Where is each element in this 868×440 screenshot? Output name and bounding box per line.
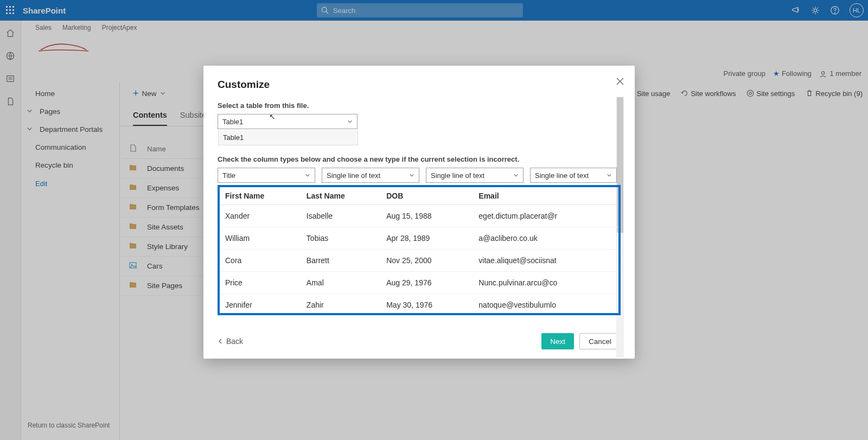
grid-header-dob[interactable]: DOB bbox=[381, 187, 473, 205]
chevron-down-icon bbox=[305, 171, 310, 180]
chevron-down-icon bbox=[607, 171, 612, 180]
check-columns-label: Check the column types below and choose … bbox=[218, 155, 621, 163]
chevron-down-icon bbox=[347, 118, 353, 126]
grid-row: XanderIsabelleAug 15, 1988eget.dictum.pl… bbox=[220, 205, 618, 227]
table-dropdown[interactable]: Table1 ↖ Table1 bbox=[218, 114, 358, 129]
cursor-icon: ↖ bbox=[269, 112, 276, 121]
grid-header-lastname[interactable]: Last Name bbox=[301, 187, 381, 205]
table-dropdown-value: Table1 bbox=[222, 118, 243, 126]
grid-header-email[interactable]: Email bbox=[473, 187, 618, 205]
grid-row: JenniferZahirMay 30, 1976natoque@vestibu… bbox=[220, 294, 618, 316]
back-button[interactable]: Back bbox=[218, 337, 243, 346]
coltype-dropdown-0[interactable]: Title bbox=[218, 168, 315, 183]
close-icon bbox=[616, 78, 624, 85]
preview-grid: First Name Last Name DOB Email XanderIsa… bbox=[218, 185, 621, 315]
dialog-footer: Back Next Cancel bbox=[203, 324, 635, 359]
cancel-button[interactable]: Cancel bbox=[579, 333, 621, 349]
table-dropdown-option[interactable]: Table1 bbox=[218, 130, 358, 145]
coltype-dropdown-2[interactable]: Single line of text bbox=[426, 168, 524, 183]
chevron-down-icon bbox=[409, 171, 414, 180]
coltype-dropdown-1[interactable]: Single line of text bbox=[322, 168, 419, 183]
dialog-title: Customize bbox=[218, 79, 621, 91]
customize-dialog: Customize Select a table from this file.… bbox=[203, 66, 635, 359]
grid-row: WilliamTobiasApr 28, 1989a@aclibero.co.u… bbox=[220, 227, 618, 250]
chevron-down-icon bbox=[513, 171, 519, 180]
next-button[interactable]: Next bbox=[541, 333, 574, 349]
grid-row: PriceAmalAug 29, 1976Nunc.pulvinar.arcu@… bbox=[220, 272, 618, 294]
grid-header-firstname[interactable]: First Name bbox=[220, 187, 301, 205]
select-table-label: Select a table from this file. bbox=[218, 101, 621, 110]
grid-row: CoraBarrettNov 25, 2000vitae.aliquet@soc… bbox=[220, 250, 618, 272]
chevron-left-icon bbox=[218, 339, 223, 344]
coltype-dropdown-3[interactable]: Single line of text bbox=[530, 168, 617, 183]
close-button[interactable] bbox=[616, 78, 624, 87]
